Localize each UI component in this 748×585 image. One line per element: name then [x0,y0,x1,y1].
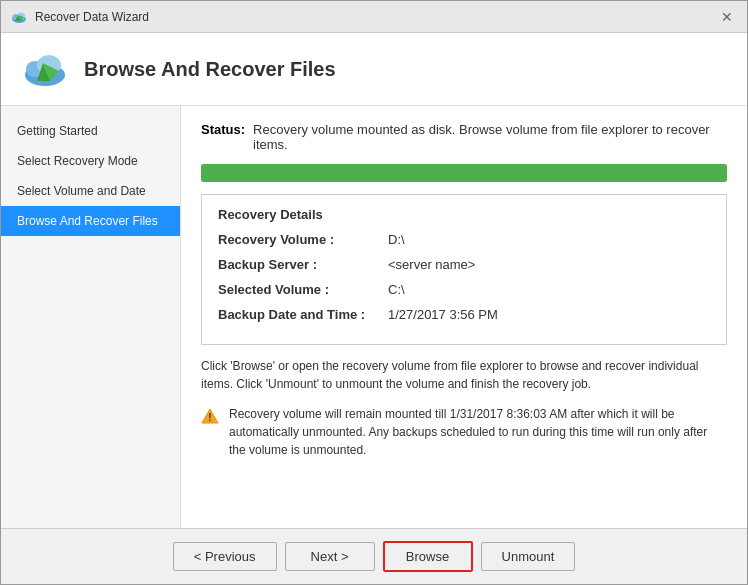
sidebar-item-volume-date[interactable]: Select Volume and Date [1,176,180,206]
sidebar: Getting Started Select Recovery Mode Sel… [1,106,181,528]
detail-row-server: Backup Server : <server name> [218,257,710,272]
status-label: Status: [201,122,245,137]
title-bar: Recover Data Wizard ✕ [1,1,747,33]
detail-row-volume: Recovery Volume : D:\ [218,232,710,247]
detail-value-volume: D:\ [388,232,405,247]
next-button[interactable]: Next > [285,542,375,571]
detail-label-backup-date: Backup Date and Time : [218,307,388,322]
recovery-details-title: Recovery Details [218,207,710,222]
detail-row-selected-volume: Selected Volume : C:\ [218,282,710,297]
warning-text: Recovery volume will remain mounted till… [229,405,727,459]
close-button[interactable]: ✕ [717,7,737,27]
svg-text:!: ! [208,412,211,423]
recovery-details-box: Recovery Details Recovery Volume : D:\ B… [201,194,727,345]
sidebar-item-browse-recover[interactable]: Browse And Recover Files [1,206,180,236]
warning-box: ! Recovery volume will remain mounted ti… [201,405,727,459]
detail-value-selected-volume: C:\ [388,282,405,297]
content-area: Getting Started Select Recovery Mode Sel… [1,106,747,528]
previous-button[interactable]: < Previous [173,542,277,571]
status-text: Recovery volume mounted as disk. Browse … [253,122,727,152]
detail-value-backup-date: 1/27/2017 3:56 PM [388,307,498,322]
status-row: Status: Recovery volume mounted as disk.… [201,122,727,152]
detail-label-volume: Recovery Volume : [218,232,388,247]
title-bar-left: Recover Data Wizard [11,9,149,25]
main-content: Status: Recovery volume mounted as disk.… [181,106,747,528]
sidebar-item-getting-started[interactable]: Getting Started [1,116,180,146]
header-icon [21,45,69,93]
header-area: Browse And Recover Files [1,33,747,106]
detail-label-selected-volume: Selected Volume : [218,282,388,297]
footer: < Previous Next > Browse Unmount [1,528,747,584]
sidebar-item-recovery-mode[interactable]: Select Recovery Mode [1,146,180,176]
warning-icon: ! [201,407,219,425]
browse-button[interactable]: Browse [383,541,473,572]
detail-value-server: <server name> [388,257,475,272]
progress-bar-fill [201,164,727,182]
header-title: Browse And Recover Files [84,58,336,81]
progress-bar [201,164,727,182]
window-icon [11,9,27,25]
detail-label-server: Backup Server : [218,257,388,272]
info-text: Click 'Browse' or open the recovery volu… [201,357,727,393]
unmount-button[interactable]: Unmount [481,542,576,571]
detail-row-backup-date: Backup Date and Time : 1/27/2017 3:56 PM [218,307,710,322]
window-title: Recover Data Wizard [35,10,149,24]
wizard-window: Recover Data Wizard ✕ Browse And Recover… [0,0,748,585]
